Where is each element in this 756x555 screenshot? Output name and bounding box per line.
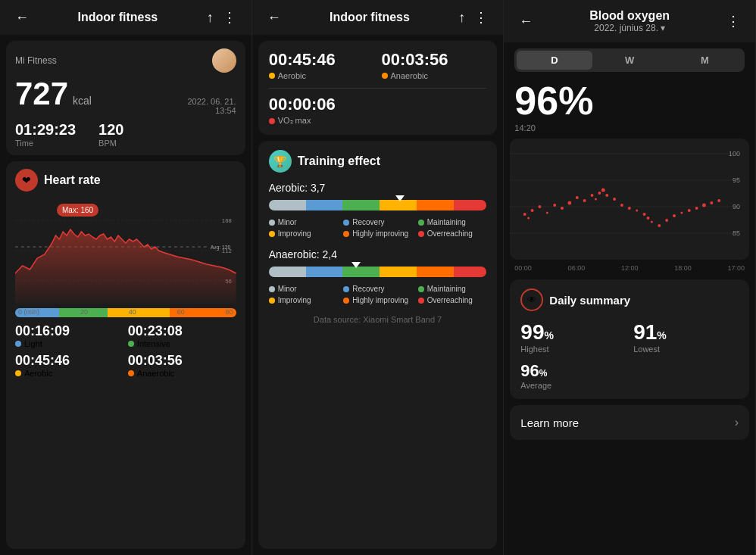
time-val-anaerobic: 00:03:56 xyxy=(128,353,236,369)
x-label-20: 20 xyxy=(80,308,88,316)
anaerobic-time-label: Anaerobic xyxy=(382,71,487,80)
blood-oxygen-date[interactable]: 2022. június 28. ▾ xyxy=(589,23,670,33)
svg-point-35 xyxy=(666,219,669,222)
header-2: ← Indoor fitness ↑ ⋮ xyxy=(252,0,504,35)
back-icon-2[interactable]: ← xyxy=(263,10,286,26)
training-effect-header: 🏆 Training effect xyxy=(269,150,487,173)
seg-recovery-b xyxy=(306,267,343,277)
seg-maintaining-a xyxy=(342,200,380,210)
svg-point-32 xyxy=(647,217,650,220)
svg-point-23 xyxy=(595,198,597,201)
learn-more-button[interactable]: Learn more › xyxy=(510,405,749,440)
aerobic-effect-section: Aerobic: 3,7 Minor Recovery Maintaining … xyxy=(269,182,487,238)
heart-rate-chart: Max: 160 168 112 56 Avg: 120 xyxy=(15,198,236,304)
panel-indoor-fitness-2: ← Indoor fitness ↑ ⋮ 00:45:46 Aerobic 00… xyxy=(252,0,505,555)
seg-recovery-a xyxy=(306,200,343,210)
average-stat: 96% Average xyxy=(520,361,626,390)
chart-x-labels: 00:00 06:00 12:00 18:00 17:00 xyxy=(504,263,755,273)
anaerobic-time: 00:03:56 Anaerobic xyxy=(382,50,487,80)
workout-time: 13:54 xyxy=(96,106,236,115)
vo2-time-val: 00:00:06 xyxy=(269,95,487,114)
header-title-1: Indoor fitness xyxy=(33,11,202,24)
spo2-chart: 100 95 90 85 xyxy=(510,139,749,260)
header-title-2: Indoor fitness xyxy=(286,11,455,24)
duration-label: Time xyxy=(15,139,76,148)
svg-point-17 xyxy=(554,204,557,207)
max-bubble: Max: 160 xyxy=(57,204,98,217)
average-value: 96% xyxy=(520,361,626,381)
svg-point-29 xyxy=(628,207,631,210)
svg-point-15 xyxy=(539,205,542,208)
daily-summary-card: 👁 Daily summary 99% Highest 91% Lowest 9… xyxy=(510,279,749,399)
svg-point-22 xyxy=(591,194,594,197)
time-label-light: Light xyxy=(15,339,123,348)
share-icon-1[interactable]: ↑ xyxy=(202,10,218,26)
time-item-light: 00:16:09 Light xyxy=(15,323,123,348)
tab-week[interactable]: W xyxy=(592,51,667,70)
back-icon-3[interactable]: ← xyxy=(514,14,537,30)
time-val-intensive: 00:23:08 xyxy=(128,323,236,339)
svg-point-40 xyxy=(702,204,706,207)
time-val-light: 00:16:09 xyxy=(15,323,123,339)
top-times-card: 00:45:46 Aerobic 00:03:56 Anaerobic 00:0… xyxy=(258,41,498,135)
aerobic-time-val: 00:45:46 xyxy=(269,50,374,70)
svg-point-42 xyxy=(718,199,721,202)
seg-highly-a xyxy=(417,200,454,210)
chevron-right-icon: › xyxy=(735,416,739,429)
svg-point-19 xyxy=(568,201,572,205)
x-label-40: 40 xyxy=(129,308,136,316)
menu-icon-2[interactable]: ⋮ xyxy=(470,9,492,26)
x-label-1200: 12:00 xyxy=(621,264,639,272)
panel-blood-oxygen: ← Blood oxygen 2022. június 28. ▾ ⋮ D W … xyxy=(504,0,756,555)
svg-point-25 xyxy=(601,189,605,192)
legend-highly-a: Highly improving xyxy=(343,229,412,238)
svg-text:95: 95 xyxy=(733,176,740,184)
time-label-anaerobic: Anaerobic xyxy=(128,369,236,378)
anaerobic-legend: Minor Recovery Maintaining Improving Hig… xyxy=(269,285,487,304)
legend-highly-b: Highly improving xyxy=(343,296,412,304)
anaerobic-effect-section: Anaerobic: 2,4 Minor Recovery Maintainin… xyxy=(269,248,487,304)
daily-summary-title: Daily summary xyxy=(549,294,630,307)
x-label-80: 80 xyxy=(226,308,233,316)
x-label-60: 60 xyxy=(177,308,185,316)
brand-label: Mi Fitness xyxy=(15,55,57,66)
svg-point-30 xyxy=(636,210,639,212)
seg-maintaining-b xyxy=(342,267,380,277)
seg-highly-b xyxy=(417,267,454,277)
x-label-0: 0 (min) xyxy=(18,308,39,316)
tab-day[interactable]: D xyxy=(517,51,592,70)
times-grid: 00:45:46 Aerobic 00:03:56 Anaerobic xyxy=(269,50,487,80)
menu-icon-1[interactable]: ⋮ xyxy=(218,9,241,26)
time-val-aerobic: 00:45:46 xyxy=(15,353,123,369)
header-center-3: Blood oxygen 2022. június 28. ▾ xyxy=(589,9,670,33)
anaerobic-marker xyxy=(351,262,361,268)
time-label-aerobic: Aerobic xyxy=(15,369,123,378)
time-item-intensive: 00:23:08 Intensive xyxy=(128,323,236,348)
aerobic-effect-label: Aerobic: 3,7 xyxy=(269,182,487,194)
share-icon-2[interactable]: ↑ xyxy=(454,10,470,26)
average-label: Average xyxy=(520,381,626,390)
svg-point-24 xyxy=(598,192,601,195)
training-effect-card: 🏆 Training effect Aerobic: 3,7 Minor Rec… xyxy=(258,141,498,549)
time-tabs: D W M xyxy=(514,48,745,72)
svg-point-18 xyxy=(561,207,564,210)
seg-minor-b xyxy=(269,267,306,277)
svg-text:90: 90 xyxy=(733,203,740,210)
bpm-stat: 120 BPM xyxy=(98,121,123,148)
tab-month[interactable]: M xyxy=(667,51,742,70)
x-label-1800: 18:00 xyxy=(674,264,692,272)
highest-value: 99% xyxy=(520,320,626,345)
back-icon-1[interactable]: ← xyxy=(11,10,33,26)
learn-more-text: Learn more xyxy=(520,416,579,429)
menu-icon-3[interactable]: ⋮ xyxy=(722,13,745,30)
svg-point-20 xyxy=(576,196,579,199)
daily-icon: 👁 xyxy=(520,288,543,311)
svg-point-27 xyxy=(613,198,616,201)
training-effect-title: Training effect xyxy=(298,154,380,168)
lowest-value: 91% xyxy=(633,320,739,345)
duration-value: 01:29:23 xyxy=(15,121,76,139)
kcal-value: 727 xyxy=(15,76,68,112)
vo2-time-label: VO₂ max xyxy=(269,116,487,126)
svg-point-31 xyxy=(643,213,646,216)
lowest-label: Lowest xyxy=(633,345,739,354)
